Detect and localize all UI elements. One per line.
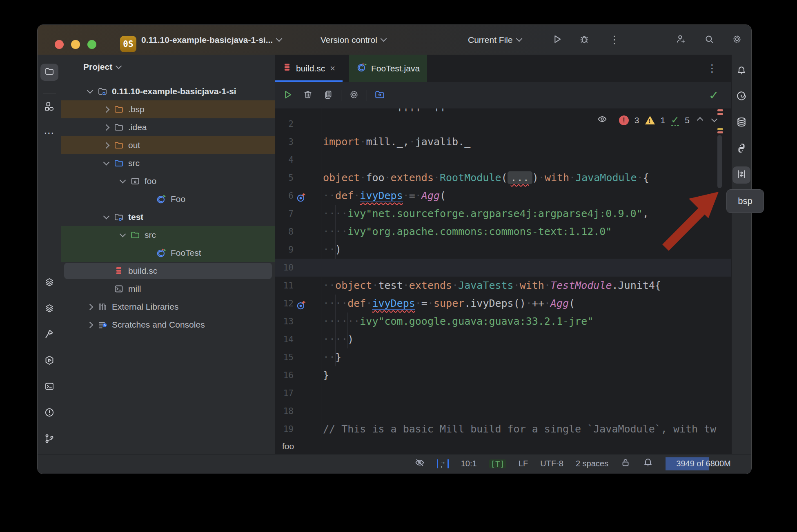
indent-indicator[interactable]: 2 spaces [576, 459, 608, 468]
code-line-7[interactable]: 7····ivy"net.sourceforge.argparse4j:argp… [275, 205, 731, 223]
search-everywhere-button[interactable] [704, 25, 715, 55]
chevron-right-icon[interactable] [84, 323, 96, 327]
code-line-16[interactable]: 16} [275, 366, 731, 384]
error-stripe-mark[interactable] [717, 109, 723, 111]
editor-scrollbar[interactable] [717, 135, 722, 188]
version-control-tool-button[interactable] [40, 431, 58, 448]
memory-indicator[interactable]: 3949 of 6800M [666, 457, 741, 470]
prev-problem-button[interactable] [697, 117, 703, 124]
tab-options-button[interactable]: ⋮ [707, 55, 717, 82]
passed-check-icon[interactable]: ✓ [671, 115, 679, 126]
next-problem-button[interactable] [711, 116, 718, 122]
line-number[interactable]: 8 [275, 223, 294, 241]
line-number[interactable]: 13 [275, 313, 294, 330]
tree-item-scratches-and-consoles[interactable]: Scratches and Consoles [61, 316, 275, 334]
chevron-down-icon[interactable] [100, 215, 112, 219]
code-line-4[interactable]: 4 [275, 151, 731, 169]
folded-region[interactable]: ... [508, 171, 532, 184]
error-count-icon[interactable]: ! [619, 115, 629, 125]
code-line-9[interactable]: 9··) [275, 241, 731, 259]
build-tool-button[interactable] [40, 326, 58, 344]
line-number[interactable] [275, 109, 294, 115]
run-script-button[interactable] [277, 89, 298, 102]
chevron-down-icon[interactable] [117, 233, 128, 237]
version-control-menu[interactable]: Version control [321, 25, 386, 55]
tab-footest-java[interactable]: FooTest.java [349, 55, 427, 82]
minimize-window-button[interactable] [71, 40, 80, 49]
notifications-button[interactable] [732, 63, 750, 80]
project-panel-header[interactable]: Project [83, 55, 121, 79]
tree-item-foo[interactable]: foo [61, 172, 275, 190]
lock-icon[interactable] [621, 458, 630, 470]
editor-settings-button[interactable] [344, 89, 364, 102]
code-line-3[interactable]: 3import·mill._,·javalib._ [275, 133, 731, 151]
encoding-indicator[interactable]: UTF-8 [540, 459, 563, 468]
code-with-me-button[interactable] [675, 25, 686, 55]
project-tool-button[interactable] [40, 64, 58, 81]
line-number[interactable]: 15 [275, 348, 294, 366]
line-number[interactable]: 6 [275, 187, 294, 205]
code-line-13[interactable]: 13······ivy"com.google.guava:guava:33.2.… [275, 313, 731, 330]
code-line-11[interactable]: 11··object·test·extends·JavaTests·with·T… [275, 277, 731, 295]
python-packages-button[interactable] [732, 140, 750, 157]
tree-item-build-sc[interactable]: build.sc [61, 262, 275, 280]
bsp-status-icon[interactable]: →← [437, 459, 449, 468]
debug-button[interactable] [579, 25, 590, 55]
terminal-tool-button[interactable] [40, 379, 58, 396]
tree-item-foo[interactable]: Foo [61, 190, 275, 208]
layers-tool-button-1[interactable] [40, 274, 58, 291]
code-line-12[interactable]: 12····def·ivyDeps·=·super.ivyDeps()·++·A… [275, 295, 731, 313]
line-ending-indicator[interactable]: LF [519, 459, 528, 468]
line-number[interactable]: 4 [275, 151, 294, 169]
services-tool-button[interactable] [40, 352, 58, 370]
error-stripe-mark[interactable] [717, 131, 723, 133]
code-editor[interactable]: '''' ''23import·mill._,·javalib._45objec… [275, 109, 731, 438]
line-number[interactable]: 9 [275, 241, 294, 259]
tree-item--bsp[interactable]: .bsp [61, 100, 275, 118]
highlighting-eye-slash-icon[interactable] [415, 458, 425, 470]
open-in-folder-button[interactable] [370, 89, 390, 102]
structure-tool-button[interactable] [40, 99, 58, 116]
tests-passed-check[interactable]: ✓ [709, 88, 719, 102]
code-line-6[interactable]: 6··def·ivyDeps·=·Agg( [275, 187, 731, 205]
line-number[interactable]: 18 [275, 402, 294, 420]
close-tab-icon[interactable]: × [330, 63, 335, 74]
chevron-right-icon[interactable] [100, 125, 112, 130]
bell-icon[interactable] [643, 457, 653, 470]
more-tool-windows-button[interactable]: ⋯ [40, 124, 58, 142]
tree-item-src[interactable]: src [61, 226, 275, 244]
template-badge[interactable]: [T] [489, 459, 506, 468]
chevron-right-icon[interactable] [84, 305, 96, 309]
code-line-10[interactable]: 10 [275, 259, 731, 277]
layers-tool-button-2[interactable] [40, 300, 58, 317]
line-number[interactable]: 10 [275, 259, 294, 277]
line-number[interactable]: 16 [275, 366, 294, 384]
tab-build-sc[interactable]: build.sc × [275, 55, 343, 82]
problems-tool-button[interactable] [40, 405, 58, 422]
line-number[interactable]: 5 [275, 169, 294, 187]
line-number[interactable]: 12 [275, 295, 294, 313]
code-line-15[interactable]: 15··} [275, 348, 731, 366]
copy-button[interactable] [318, 90, 338, 101]
caret-position[interactable]: 10:1 [461, 459, 477, 468]
method-reference[interactable]: ivyDeps [360, 190, 403, 202]
line-number[interactable]: 7 [275, 205, 294, 223]
error-stripe-mark[interactable] [717, 113, 723, 115]
line-number[interactable]: 19 [275, 420, 294, 438]
tree-item-0-11-10-example-basicjava-1-si[interactable]: 0.11.10-example-basicjava-1-si [61, 82, 275, 100]
code-line-5[interactable]: 5object·foo·extends·RootModule(...)·with… [275, 169, 731, 187]
run-button[interactable] [551, 25, 563, 55]
chevron-down-icon[interactable] [100, 161, 112, 166]
database-button[interactable] [732, 114, 750, 131]
breadcrumb[interactable]: foo [275, 438, 739, 454]
chevron-down-icon[interactable] [84, 89, 96, 94]
code-line-18[interactable]: 18 [275, 402, 731, 420]
tree-item-footest[interactable]: FooTest [61, 244, 275, 262]
method-reference[interactable]: ivyDeps [372, 297, 415, 310]
settings-button[interactable] [732, 25, 742, 55]
tree-item-external-libraries[interactable]: External Libraries [61, 298, 275, 316]
line-number[interactable]: 14 [275, 330, 294, 348]
run-configuration-selector[interactable]: Current File [468, 25, 521, 55]
chevron-right-icon[interactable] [100, 143, 112, 148]
zoom-window-button[interactable] [87, 40, 96, 49]
